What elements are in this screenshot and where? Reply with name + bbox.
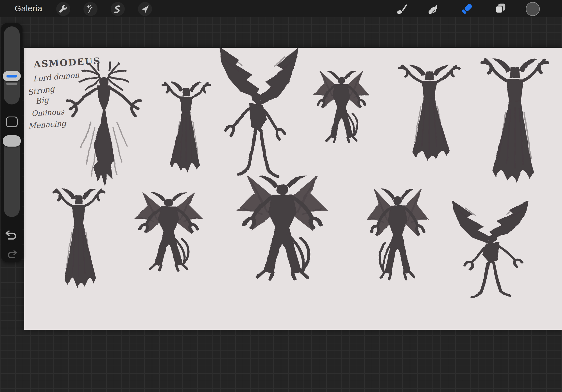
- arrow-cursor-icon: [140, 4, 150, 14]
- sketch-note: Big: [35, 95, 49, 106]
- drawing-canvas[interactable]: ASMODEUS Lord demon Strong Big Ominous M…: [24, 48, 562, 330]
- undo-button[interactable]: [5, 229, 18, 241]
- erase-tool-button[interactable]: [461, 2, 473, 15]
- demon-sketch-slender-winged: [221, 168, 344, 312]
- brush-icon: [395, 3, 407, 15]
- gallery-button[interactable]: Galería: [15, 0, 42, 17]
- demon-sketch-antlered-standing: [59, 60, 149, 192]
- demon-sketch-bulky-winged: [122, 187, 215, 295]
- canvas-workspace[interactable]: ASMODEUS Lord demon Strong Big Ominous M…: [0, 17, 562, 392]
- demon-sketch-swooping-winged: [211, 48, 303, 183]
- demon-sketch-tall-robed: [469, 56, 561, 197]
- s-curve-icon: [113, 4, 123, 14]
- wrench-icon: [58, 4, 68, 14]
- demon-sketch-winged-muscular: [303, 66, 379, 164]
- magic-wand-icon: [86, 4, 95, 14]
- brush-size-handle[interactable]: [3, 71, 21, 81]
- smudge-tool-button[interactable]: [427, 2, 439, 15]
- sketch-note: Strong: [27, 84, 55, 97]
- actions-button[interactable]: [56, 2, 70, 16]
- smudge-icon: [427, 3, 439, 15]
- selection-button[interactable]: [111, 2, 125, 16]
- demon-sketch-tattered-coat: [388, 63, 471, 171]
- opacity-handle[interactable]: [3, 135, 21, 147]
- layers-icon: [494, 3, 506, 15]
- redo-button[interactable]: [6, 249, 17, 259]
- brush-size-slider[interactable]: [4, 26, 20, 104]
- adjustments-button[interactable]: [83, 2, 98, 16]
- paint-tool-button[interactable]: [395, 2, 407, 15]
- opacity-slider[interactable]: [4, 135, 20, 217]
- slider-tick: [6, 83, 17, 85]
- color-swatch-button[interactable]: [526, 2, 540, 16]
- top-toolbar: Galería: [0, 0, 562, 17]
- demon-sketch-horned-robed: [153, 80, 219, 183]
- procreate-screen: ASMODEUS Lord demon Strong Big Ominous M…: [0, 0, 562, 392]
- transform-button[interactable]: [138, 2, 152, 16]
- demon-sketch-crouching-winged: [447, 201, 537, 302]
- undo-icon: [5, 229, 18, 241]
- slider-accent-dash: [6, 75, 17, 78]
- modify-button[interactable]: [6, 117, 18, 127]
- redo-icon: [6, 249, 17, 259]
- layers-button[interactable]: [494, 2, 507, 15]
- demon-sketch-membrane-wings: [355, 183, 440, 307]
- eraser-icon: [461, 3, 473, 15]
- demon-sketch-crowned-robed: [44, 187, 114, 299]
- side-toolbar: [1, 23, 22, 262]
